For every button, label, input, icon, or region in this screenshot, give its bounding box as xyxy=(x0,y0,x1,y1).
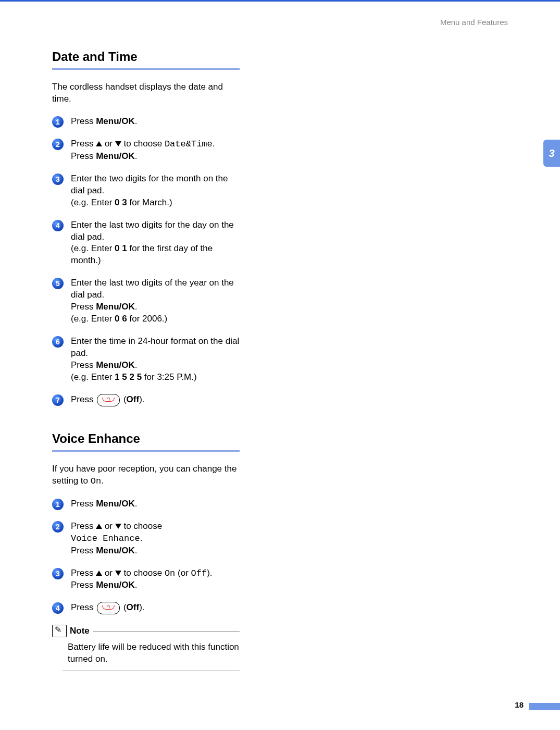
bold-text: Menu/OK xyxy=(96,499,135,509)
step: 3Press or to choose On (or Off).Press Me… xyxy=(52,567,240,592)
section-intro: The cordless handset displays the date a… xyxy=(52,81,240,105)
chapter-tab: 3 xyxy=(543,140,560,167)
arrow-up-icon xyxy=(96,571,102,576)
step-number-badge: 5 xyxy=(52,278,64,289)
step-number-badge: 6 xyxy=(52,336,64,348)
text: or xyxy=(102,521,115,531)
bold-text: Menu/OK xyxy=(96,151,135,161)
text: . xyxy=(135,580,138,590)
text: for March.) xyxy=(127,197,172,207)
step: 7Press (Off). xyxy=(52,394,240,406)
bold-text: 1 5 2 5 xyxy=(115,372,142,382)
text: Press xyxy=(71,499,96,509)
divider xyxy=(63,671,240,671)
arrow-up-icon xyxy=(96,141,102,146)
arrow-down-icon xyxy=(115,571,121,576)
bold-text: Menu/OK xyxy=(96,116,135,126)
text: . xyxy=(101,476,104,486)
footer-accent-bar xyxy=(529,703,560,710)
step: 2Press or to choose Voice Enhance.Press … xyxy=(52,521,240,557)
step: 6Enter the time in 24-hour format on the… xyxy=(52,336,240,383)
text: . xyxy=(135,360,138,370)
page-number: 18 xyxy=(515,700,524,709)
arrow-down-icon xyxy=(115,524,121,529)
text: ( xyxy=(121,394,126,404)
bold-text: Menu/OK xyxy=(96,580,135,590)
step-number-badge: 2 xyxy=(52,139,64,150)
mono-text: Off xyxy=(191,568,207,578)
off-button-icon xyxy=(97,394,120,406)
divider xyxy=(93,631,240,632)
step-number-badge: 4 xyxy=(52,220,64,231)
mono-text: Date&Time xyxy=(165,139,213,149)
text: Enter the last two digits of the year on… xyxy=(71,278,234,300)
step: 1Press Menu/OK. xyxy=(52,116,240,128)
note-text: Battery life will be reduced with this f… xyxy=(68,641,240,665)
step-text: Enter the time in 24-hour format on the … xyxy=(71,336,240,383)
text: (e.g. Enter xyxy=(71,197,115,207)
text: for 3:25 P.M.) xyxy=(142,372,197,382)
step: 5Enter the last two digits of the year o… xyxy=(52,277,240,325)
bold-text: 0 1 xyxy=(115,243,127,253)
text: . xyxy=(135,546,138,555)
step-text: Press Menu/OK. xyxy=(71,116,240,128)
section-intro: If you have poor reception, you can chan… xyxy=(52,463,240,488)
text: Press xyxy=(71,302,96,312)
section-heading: Voice Enhance xyxy=(52,431,240,446)
step-text: Press or to choose Date&Time.Press Menu/… xyxy=(71,138,240,163)
text: Press xyxy=(71,151,96,161)
text: ). xyxy=(139,603,144,613)
text: to choose xyxy=(121,568,165,578)
step-number-badge: 2 xyxy=(52,521,64,533)
text: Press xyxy=(71,580,96,590)
step-text: Press (Off). xyxy=(71,394,240,406)
text: Press xyxy=(71,546,96,555)
step: 4Enter the last two digits for the day o… xyxy=(52,219,240,267)
note-title: Note xyxy=(70,626,90,636)
text: for 2006.) xyxy=(127,314,168,324)
step-number-badge: 7 xyxy=(52,394,64,406)
text: or xyxy=(102,568,115,578)
text: Press xyxy=(71,116,96,126)
step-text: Enter the two digits for the month on th… xyxy=(71,173,240,209)
text: . xyxy=(135,116,138,126)
text: (e.g. Enter xyxy=(71,243,115,253)
step-number-badge: 4 xyxy=(52,602,64,614)
text: . xyxy=(135,151,138,161)
text: Press xyxy=(71,603,96,613)
note-block: NoteBattery life will be reduced with th… xyxy=(52,625,240,671)
bold-text: 0 6 xyxy=(115,314,127,324)
bold-text: 0 3 xyxy=(115,197,127,207)
step: 1Press Menu/OK. xyxy=(52,498,240,510)
text: Press xyxy=(71,394,96,404)
top-accent-bar xyxy=(0,0,560,2)
mono-text: On xyxy=(165,568,175,578)
arrow-down-icon xyxy=(115,141,121,146)
bold-text: Menu/OK xyxy=(96,360,135,370)
text: ). xyxy=(207,568,212,578)
step-text: Press (Off). xyxy=(71,602,240,614)
text: . xyxy=(135,302,138,312)
mono-text: Voice Enhance xyxy=(71,534,140,543)
bold-text: Off xyxy=(127,603,140,613)
text: Press xyxy=(71,568,96,578)
text: . xyxy=(140,533,143,543)
step-number-badge: 3 xyxy=(52,174,64,185)
text: Press xyxy=(71,521,96,531)
step: 4Press (Off). xyxy=(52,602,240,614)
text: to choose xyxy=(121,139,165,149)
step: 2Press or to choose Date&Time.Press Menu… xyxy=(52,138,240,163)
off-button-icon xyxy=(97,602,120,614)
step-text: Press or to choose On (or Off).Press Men… xyxy=(71,567,240,592)
step-text: Press or to choose Voice Enhance.Press M… xyxy=(71,521,240,557)
bold-text: Off xyxy=(127,394,140,404)
text: to choose xyxy=(121,521,162,531)
section-heading: Date and Time xyxy=(52,50,240,64)
arrow-up-icon xyxy=(96,524,102,529)
text: Enter the last two digits for the day on… xyxy=(71,220,234,242)
text: (e.g. Enter xyxy=(71,372,115,382)
main-content: Date and TimeThe cordless handset displa… xyxy=(52,50,240,671)
step-text: Enter the last two digits for the day on… xyxy=(71,219,240,267)
text: Press xyxy=(71,360,96,370)
note-icon xyxy=(52,625,67,637)
